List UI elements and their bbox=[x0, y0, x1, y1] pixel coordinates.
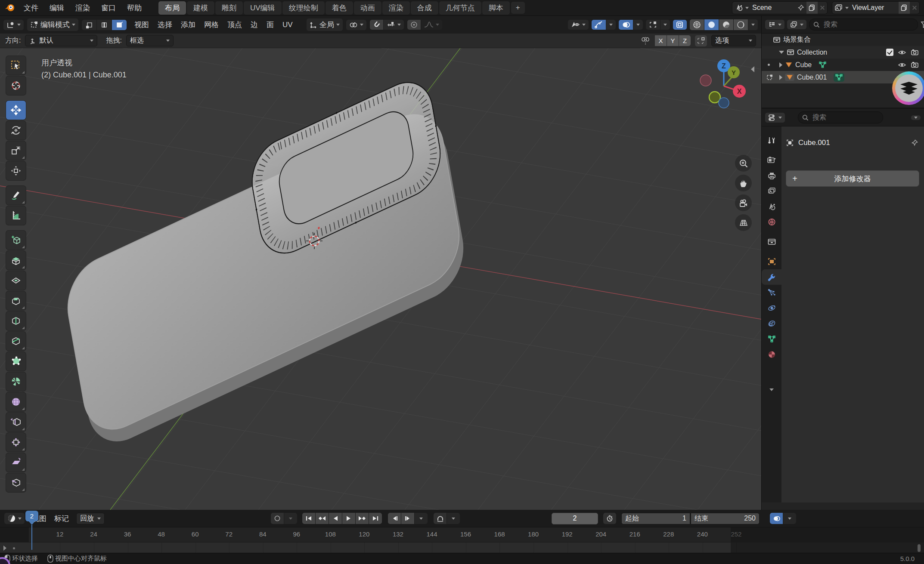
playback-menu[interactable]: 回放 bbox=[76, 513, 105, 524]
viewport-menu-item[interactable]: 视图 bbox=[130, 20, 153, 30]
proportional-edit-button[interactable] bbox=[407, 20, 421, 30]
mirror-axis-toggle[interactable]: Y bbox=[667, 35, 679, 46]
tool-box-select[interactable] bbox=[6, 56, 26, 75]
outliner-search-input[interactable] bbox=[823, 20, 914, 29]
current-frame-field[interactable]: 2 bbox=[552, 513, 598, 524]
outliner-display-mode-button[interactable] bbox=[787, 20, 806, 29]
timeline-channel-strip[interactable] bbox=[0, 542, 924, 554]
tab-modifiers[interactable] bbox=[762, 269, 781, 285]
start-frame-field[interactable]: 起始 1 bbox=[621, 513, 690, 524]
shading-rendered-button[interactable] bbox=[734, 19, 748, 30]
tool-smooth[interactable] bbox=[6, 392, 26, 411]
tool-extrude-region[interactable] bbox=[6, 251, 26, 270]
breadcrumb-object-name[interactable]: Cube.001 bbox=[798, 139, 830, 147]
sync-dropdown[interactable] bbox=[783, 513, 796, 524]
tool-shear[interactable] bbox=[6, 453, 26, 472]
gizmos-toggle-button[interactable] bbox=[592, 20, 606, 30]
viewport-menu-item[interactable]: 面 bbox=[262, 20, 278, 30]
tab-tool[interactable] bbox=[762, 133, 781, 148]
tab-physics[interactable] bbox=[762, 300, 781, 316]
outliner-filter-button[interactable] bbox=[921, 21, 924, 28]
auto-keying-button[interactable] bbox=[271, 513, 284, 524]
tab-view-layer[interactable] bbox=[762, 183, 781, 199]
tab-object[interactable] bbox=[762, 254, 781, 269]
remove-viewlayer-icon[interactable] bbox=[910, 2, 919, 14]
tool-transform[interactable] bbox=[6, 161, 26, 180]
tool-move[interactable] bbox=[6, 101, 26, 120]
timeline-scrollbar[interactable] bbox=[918, 544, 921, 552]
expand-collection-icon[interactable] bbox=[779, 51, 784, 54]
3d-viewport[interactable]: 用户透视 (2) Cube.001 | Cube.001 bbox=[0, 48, 761, 510]
end-frame-field[interactable]: 结束 250 bbox=[691, 513, 760, 524]
shading-material-button[interactable] bbox=[719, 19, 733, 30]
shading-dropdown[interactable] bbox=[748, 19, 758, 30]
timeline-editor-type-button[interactable] bbox=[4, 513, 25, 524]
tool-bevel[interactable] bbox=[6, 291, 26, 310]
tab-world[interactable] bbox=[762, 214, 781, 230]
frame-step-dropdown[interactable] bbox=[415, 513, 428, 524]
camera-icon[interactable] bbox=[911, 62, 919, 68]
expand-cube-icon[interactable] bbox=[779, 62, 782, 68]
viewlayer-browse-chevron[interactable] bbox=[845, 7, 849, 9]
playhead[interactable]: 2 bbox=[25, 511, 38, 550]
snap-base-button[interactable] bbox=[695, 35, 707, 46]
rail-more-chevron[interactable] bbox=[762, 382, 781, 398]
workspace-tab[interactable]: 脚本 bbox=[482, 1, 510, 15]
tab-output[interactable] bbox=[762, 168, 781, 183]
use-preview-range-button[interactable] bbox=[603, 513, 616, 524]
topbar-menu-item[interactable]: 帮助 bbox=[121, 3, 147, 13]
tool-add-cube[interactable] bbox=[6, 231, 26, 250]
xray-toggle-button[interactable] bbox=[673, 20, 687, 30]
tool-annotate[interactable] bbox=[6, 186, 26, 205]
tool-cursor[interactable] bbox=[6, 76, 26, 95]
collection-name[interactable]: Collection bbox=[797, 49, 827, 56]
editor-type-button[interactable] bbox=[3, 20, 24, 30]
properties-options-button[interactable] bbox=[911, 115, 921, 120]
workspace-tab[interactable]: 几何节点 bbox=[439, 1, 481, 15]
vertex-select-button[interactable] bbox=[82, 20, 96, 30]
camera-view-button[interactable] bbox=[735, 194, 752, 211]
tab-scene[interactable] bbox=[762, 199, 781, 214]
proportional-falloff-button[interactable] bbox=[421, 20, 442, 30]
viewport-menu-item[interactable]: 边 bbox=[246, 20, 262, 30]
viewport-menu-item[interactable]: 顶点 bbox=[223, 20, 246, 30]
tool-scale[interactable] bbox=[6, 141, 26, 160]
select-through-dropdown[interactable] bbox=[660, 20, 670, 30]
topbar-menu-item[interactable]: 窗口 bbox=[96, 3, 121, 13]
sync-overlay-button[interactable] bbox=[770, 513, 783, 524]
viewlayer-icon[interactable] bbox=[832, 2, 845, 14]
workspace-tab[interactable]: 渲染 bbox=[382, 1, 410, 15]
navigation-gizmo[interactable]: Z Y X bbox=[691, 55, 751, 111]
tool-rotate[interactable] bbox=[6, 121, 26, 140]
loop-playback-button[interactable] bbox=[434, 513, 446, 524]
unlink-scene-icon[interactable] bbox=[818, 2, 827, 14]
tool-spin[interactable] bbox=[6, 372, 26, 391]
timeline-menu-marker[interactable]: 标记 bbox=[50, 514, 73, 524]
topbar-menu-item[interactable]: 编辑 bbox=[44, 3, 70, 13]
jump-to-start-button[interactable] bbox=[302, 513, 315, 524]
select-through-button[interactable] bbox=[646, 20, 660, 30]
pin-icon[interactable] bbox=[911, 139, 918, 147]
face-select-button[interactable] bbox=[112, 20, 127, 30]
shading-solid-button[interactable] bbox=[704, 19, 719, 30]
add-workspace-button[interactable]: + bbox=[511, 2, 525, 14]
timeline-ruler[interactable]: 1224364860728496108120132144156168180192… bbox=[0, 527, 924, 542]
snap-toggle-button[interactable] bbox=[370, 20, 383, 30]
tab-particles[interactable] bbox=[762, 285, 781, 300]
snap-target-button[interactable] bbox=[384, 20, 404, 30]
tab-constraints[interactable] bbox=[762, 316, 781, 331]
workspace-tab[interactable]: 动画 bbox=[354, 1, 381, 15]
loop-dropdown[interactable] bbox=[447, 513, 460, 524]
workspace-tab[interactable]: 建模 bbox=[187, 1, 214, 15]
tab-collection[interactable] bbox=[762, 234, 781, 250]
gizmo-neg-z-ball[interactable] bbox=[719, 98, 729, 108]
viewlayer-name[interactable]: ViewLayer bbox=[849, 4, 899, 12]
orientation-selector[interactable]: 全局 bbox=[307, 18, 343, 31]
new-scene-icon[interactable] bbox=[806, 2, 818, 14]
camera-icon[interactable] bbox=[911, 49, 919, 55]
next-keyframe-button[interactable] bbox=[356, 513, 369, 524]
tool-loop-cut[interactable] bbox=[6, 311, 26, 330]
tool-knife[interactable] bbox=[6, 332, 26, 351]
viewport-menu-item[interactable]: 选择 bbox=[153, 20, 177, 30]
tab-object-data[interactable] bbox=[762, 331, 781, 347]
